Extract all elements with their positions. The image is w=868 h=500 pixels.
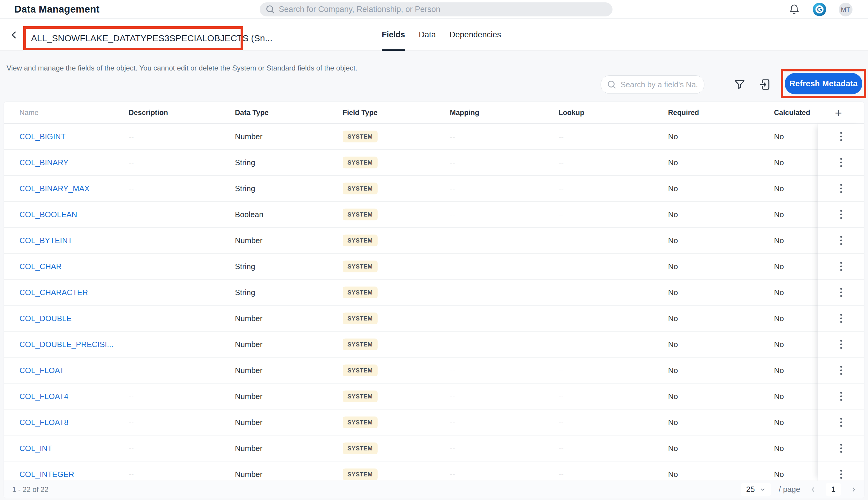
table-row: COL_BIGINT--NumberSYSTEM----NoNo <box>4 124 864 150</box>
calculated-cell: No <box>774 184 784 193</box>
column-header-data-type[interactable]: Data Type <box>235 109 269 117</box>
page-size-select[interactable]: 25 <box>741 483 771 497</box>
kebab-menu-icon[interactable] <box>835 388 848 405</box>
kebab-menu-icon[interactable] <box>835 310 848 327</box>
data-type-cell: String <box>235 262 255 271</box>
data-type-cell: Number <box>235 314 262 323</box>
add-field-plus-icon[interactable]: + <box>832 106 845 120</box>
row-actions-cell <box>818 306 864 331</box>
table-row: COL_DOUBLE--NumberSYSTEM----NoNo <box>4 306 864 331</box>
required-cell: No <box>668 340 678 349</box>
row-actions-cell <box>818 280 864 306</box>
app-title: Data Management <box>14 3 99 15</box>
field-name-link[interactable]: COL_CHAR <box>20 262 62 271</box>
refresh-metadata-button[interactable]: Refresh Metadata <box>785 73 862 94</box>
field-name-link[interactable]: COL_FLOAT8 <box>20 418 68 427</box>
kebab-menu-icon[interactable] <box>835 154 848 171</box>
field-name-link[interactable]: COL_FLOAT <box>20 366 64 375</box>
kebab-menu-icon[interactable] <box>835 232 848 249</box>
column-header-description[interactable]: Description <box>129 109 168 117</box>
description-cell: -- <box>129 340 134 349</box>
filter-icon[interactable] <box>733 78 746 91</box>
back-chevron-icon[interactable] <box>9 30 20 40</box>
required-cell: No <box>668 392 678 401</box>
field-name-link[interactable]: COL_INT <box>20 444 52 453</box>
field-name-link[interactable]: COL_DOUBLE_PRECISI... <box>20 340 114 349</box>
field-name-link[interactable]: COL_BOOLEAN <box>20 210 77 219</box>
calculated-cell: No <box>774 340 784 349</box>
calculated-cell: No <box>774 210 784 219</box>
tab-dependencies[interactable]: Dependencies <box>449 19 501 51</box>
tab-data[interactable]: Data <box>419 19 436 51</box>
description-cell: -- <box>129 470 134 479</box>
field-type-cell: SYSTEM <box>343 287 378 298</box>
description-cell: -- <box>129 392 134 401</box>
prev-page-chevron-icon[interactable] <box>808 485 818 495</box>
calculated-cell: No <box>774 366 784 375</box>
row-actions-cell <box>818 357 864 384</box>
field-search-input[interactable] <box>600 75 704 94</box>
field-name-link[interactable]: COL_BIGINT <box>20 132 66 141</box>
kebab-menu-icon[interactable] <box>835 414 848 431</box>
kebab-menu-icon[interactable] <box>835 362 848 379</box>
lookup-cell: -- <box>559 236 564 245</box>
kebab-menu-icon[interactable] <box>835 440 848 457</box>
required-cell: No <box>668 418 678 427</box>
field-name-link[interactable]: COL_BINARY <box>20 158 68 167</box>
field-name-link[interactable]: COL_INTEGER <box>20 470 74 479</box>
column-header-calculated[interactable]: Calculated <box>774 109 810 117</box>
kebab-menu-icon[interactable] <box>835 128 848 145</box>
org-logo[interactable]: G <box>813 3 826 16</box>
field-type-cell: SYSTEM <box>343 183 378 194</box>
field-type-cell: SYSTEM <box>343 235 378 247</box>
field-type-cell: SYSTEM <box>343 469 378 480</box>
field-type-badge: SYSTEM <box>343 339 378 350</box>
next-page-chevron-icon[interactable] <box>848 485 859 495</box>
table-row: COL_INT--NumberSYSTEM----NoNo <box>4 435 864 462</box>
mapping-cell: -- <box>450 444 455 453</box>
lookup-cell: -- <box>559 444 564 453</box>
column-header-name[interactable]: Name <box>20 109 38 117</box>
calculated-cell: No <box>774 470 784 479</box>
global-search-input[interactable] <box>260 2 612 16</box>
description-cell: -- <box>129 158 134 167</box>
row-actions-cell <box>818 435 864 462</box>
lookup-cell: -- <box>559 210 564 219</box>
fields-table: + NameDescriptionData TypeField TypeMapp… <box>3 102 865 498</box>
field-name-link[interactable]: COL_FLOAT4 <box>20 392 68 401</box>
object-title: ALL_SNOWFLAKE_DATATYPES3SPECIALOBJECTS (… <box>31 26 272 50</box>
lookup-cell: -- <box>559 418 564 427</box>
notifications-bell-icon[interactable] <box>789 3 800 15</box>
description-cell: -- <box>129 418 134 427</box>
field-name-link[interactable]: COL_BINARY_MAX <box>20 184 90 193</box>
kebab-menu-icon[interactable] <box>835 284 848 301</box>
data-type-cell: Number <box>235 366 262 375</box>
column-header-required[interactable]: Required <box>668 109 699 117</box>
field-name-link[interactable]: COL_CHARACTER <box>20 288 88 297</box>
field-name-link[interactable]: COL_BYTEINT <box>20 236 72 245</box>
table-row: COL_FLOAT4--NumberSYSTEM----NoNo <box>4 384 864 409</box>
column-header-mapping[interactable]: Mapping <box>450 109 479 117</box>
kebab-menu-icon[interactable] <box>835 336 848 353</box>
kebab-menu-icon[interactable] <box>835 180 848 197</box>
kebab-menu-icon[interactable] <box>835 466 848 481</box>
lookup-cell: -- <box>559 184 564 193</box>
field-type-cell: SYSTEM <box>343 131 378 143</box>
tab-fields[interactable]: Fields <box>382 19 405 51</box>
data-type-cell: String <box>235 158 255 167</box>
column-header-field-type[interactable]: Field Type <box>343 109 378 117</box>
object-header: ALL_SNOWFLAKE_DATATYPES3SPECIALOBJECTS (… <box>0 19 868 51</box>
required-cell: No <box>668 210 678 219</box>
user-avatar[interactable]: MT <box>839 3 853 16</box>
current-page-button[interactable]: 1 <box>826 483 841 497</box>
field-type-badge: SYSTEM <box>343 209 378 220</box>
row-actions-cell <box>818 228 864 253</box>
kebab-menu-icon[interactable] <box>835 206 848 223</box>
calculated-cell: No <box>774 444 784 453</box>
field-name-link[interactable]: COL_DOUBLE <box>20 314 72 323</box>
column-header-lookup[interactable]: Lookup <box>559 109 584 117</box>
description-cell: -- <box>129 184 134 193</box>
export-log-icon[interactable] <box>759 78 772 91</box>
kebab-menu-icon[interactable] <box>835 258 848 275</box>
required-cell: No <box>668 158 678 167</box>
